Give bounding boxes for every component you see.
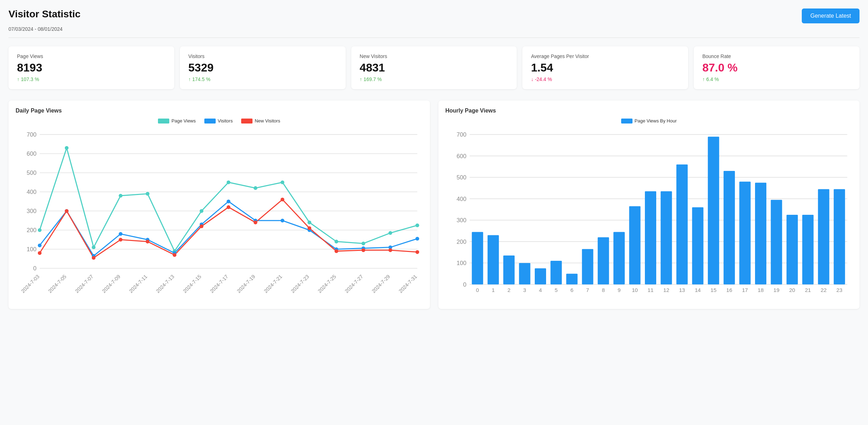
stat-label-new-visitors: New Visitors	[360, 53, 509, 59]
legend-label: Page Views	[171, 118, 195, 124]
legend-label: Visitors	[218, 118, 233, 124]
date-range: 07/03/2024 - 08/01/2024	[8, 26, 860, 32]
svg-text:19: 19	[773, 287, 779, 293]
svg-rect-108	[597, 237, 609, 285]
svg-text:2024-7-15: 2024-7-15	[182, 274, 203, 294]
stat-card-avg-pages: Average Pages Per Visitor 1.54 ↓ -24.4 %	[522, 46, 688, 89]
stats-row: Page Views 8193 ↑ 107.3 % Visitors 5329 …	[8, 46, 860, 89]
svg-rect-118	[676, 165, 687, 285]
svg-point-37	[200, 209, 204, 213]
arrow-icon-visitors: ↑	[188, 76, 191, 82]
svg-rect-98	[519, 263, 530, 285]
stat-value-avg-pages: 1.54	[531, 61, 680, 74]
svg-text:2024-7-07: 2024-7-07	[74, 274, 95, 294]
svg-rect-104	[566, 274, 577, 284]
svg-text:0: 0	[33, 265, 36, 272]
svg-point-74	[388, 248, 392, 252]
svg-point-45	[415, 223, 419, 227]
svg-text:2024-7-05: 2024-7-05	[47, 274, 68, 294]
svg-rect-100	[535, 268, 546, 284]
svg-rect-116	[660, 191, 672, 284]
arrow-icon-bounce-rate: ↑	[702, 76, 705, 82]
svg-rect-120	[692, 207, 703, 285]
svg-point-68	[227, 205, 231, 209]
svg-text:2024-7-31: 2024-7-31	[398, 274, 418, 294]
svg-rect-110	[613, 232, 625, 284]
stat-change-visitors: ↑ 174.5 %	[188, 76, 337, 82]
stat-change-page-views: ↑ 107.3 %	[17, 76, 166, 82]
svg-point-70	[280, 197, 284, 201]
svg-point-53	[227, 200, 231, 203]
daily-chart-legend: Page ViewsVisitorsNew Visitors	[16, 118, 423, 124]
svg-point-31	[38, 228, 42, 232]
stat-value-new-visitors: 4831	[360, 61, 509, 74]
svg-text:2024-7-19: 2024-7-19	[236, 274, 256, 294]
svg-text:500: 500	[27, 170, 36, 176]
svg-text:18: 18	[758, 287, 764, 293]
svg-point-73	[362, 248, 365, 252]
stat-value-page-views: 8193	[17, 61, 166, 74]
svg-text:21: 21	[805, 287, 811, 293]
svg-text:14: 14	[694, 287, 700, 293]
svg-text:200: 200	[456, 239, 466, 245]
svg-text:700: 700	[27, 131, 36, 138]
svg-point-41	[307, 220, 311, 224]
svg-text:2024-7-25: 2024-7-25	[317, 274, 337, 294]
svg-text:15: 15	[710, 287, 716, 293]
svg-rect-138	[834, 189, 845, 284]
charts-row: Daily Page Views Page ViewsVisitorsNew V…	[8, 100, 860, 309]
svg-rect-124	[724, 171, 735, 285]
stat-label-page-views: Page Views	[17, 53, 166, 59]
svg-rect-128	[755, 183, 766, 284]
svg-point-42	[335, 240, 339, 243]
svg-point-38	[227, 180, 231, 184]
divider	[8, 38, 860, 38]
svg-text:200: 200	[27, 227, 36, 234]
stat-value-bounce-rate: 87.0 %	[702, 61, 851, 74]
svg-text:600: 600	[456, 153, 466, 160]
stat-change-new-visitors: ↑ 169.7 %	[360, 76, 509, 82]
stat-card-visitors: Visitors 5329 ↑ 174.5 %	[180, 46, 346, 89]
svg-text:2024-7-27: 2024-7-27	[344, 274, 364, 294]
svg-text:1: 1	[492, 287, 494, 293]
daily-chart-svg: 01002003004005006007002024-7-032024-7-05…	[16, 129, 423, 300]
svg-point-55	[280, 219, 284, 223]
svg-text:400: 400	[27, 189, 36, 195]
svg-text:20: 20	[789, 287, 795, 293]
svg-text:16: 16	[726, 287, 732, 293]
svg-text:2024-7-17: 2024-7-17	[209, 274, 229, 294]
legend-color	[241, 119, 253, 124]
svg-point-61	[38, 251, 42, 255]
svg-text:2024-7-11: 2024-7-11	[128, 274, 148, 294]
svg-text:4: 4	[539, 287, 541, 293]
svg-text:2024-7-23: 2024-7-23	[290, 274, 310, 294]
hourly-legend-color	[621, 119, 632, 124]
svg-text:0: 0	[463, 281, 466, 288]
hourly-chart-svg: 0100200300400500600700012345678910111213…	[446, 129, 853, 300]
svg-point-35	[146, 192, 149, 196]
svg-rect-126	[739, 182, 750, 284]
generate-latest-button[interactable]: Generate Latest	[802, 8, 860, 23]
svg-text:100: 100	[456, 260, 466, 266]
svg-rect-114	[645, 191, 656, 284]
svg-point-40	[280, 180, 284, 184]
svg-point-49	[119, 232, 123, 236]
svg-text:17: 17	[742, 287, 748, 293]
svg-text:8: 8	[602, 287, 605, 293]
svg-text:300: 300	[456, 217, 466, 224]
svg-text:500: 500	[456, 174, 466, 181]
svg-text:6: 6	[570, 287, 573, 293]
svg-point-67	[200, 224, 204, 228]
daily-chart-title: Daily Page Views	[16, 108, 423, 114]
svg-text:2: 2	[507, 287, 510, 293]
legend-item: Visitors	[204, 118, 233, 124]
stat-card-page-views: Page Views 8193 ↑ 107.3 %	[8, 46, 174, 89]
svg-rect-132	[786, 215, 798, 285]
svg-text:23: 23	[836, 287, 842, 293]
svg-text:0: 0	[476, 287, 479, 293]
svg-text:700: 700	[456, 131, 466, 138]
svg-rect-130	[771, 200, 782, 285]
stat-card-new-visitors: New Visitors 4831 ↑ 169.7 %	[351, 46, 517, 89]
svg-text:400: 400	[456, 196, 466, 202]
svg-point-33	[92, 246, 96, 249]
